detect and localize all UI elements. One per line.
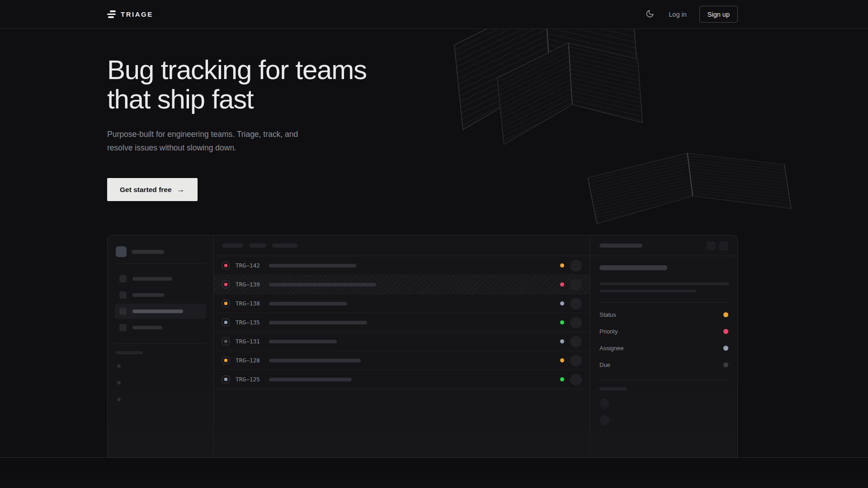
- issue-id: TRG–139: [236, 281, 264, 288]
- issue-title-skeleton: [269, 264, 356, 267]
- divider: [599, 380, 728, 380]
- assignee-avatar: [570, 336, 582, 347]
- section-label-skeleton: [599, 387, 627, 390]
- divider: [115, 343, 206, 344]
- issue-title-skeleton: [269, 340, 337, 343]
- issue-list-header: [214, 235, 590, 256]
- assignee-avatar: [570, 279, 582, 291]
- avatar-skeleton: [599, 415, 609, 425]
- nav-item-icon: [119, 291, 127, 299]
- brand: TRIAGE: [107, 10, 153, 18]
- avatar-skeleton: [599, 399, 609, 408]
- assignee-avatar: [570, 260, 582, 272]
- issue-row: TRG–135: [214, 313, 590, 332]
- detail-panel-header: [590, 235, 737, 256]
- field-value-dot: [723, 312, 728, 317]
- issue-row: TRG–131: [214, 332, 590, 351]
- issue-id: TRG–128: [236, 357, 264, 364]
- field-value-dot: [723, 362, 728, 367]
- activity-avatars: [599, 399, 728, 425]
- list-dot: [117, 364, 121, 368]
- issue-row: TRG–142: [214, 256, 590, 275]
- detail-fields: Status Priority Assignee Due: [599, 306, 728, 373]
- issue-id: TRG–138: [236, 300, 264, 307]
- issue-row: TRG–125: [214, 370, 590, 389]
- nav-item-icon: [119, 275, 127, 282]
- nav-item-icon: [119, 308, 127, 315]
- field-label: Due: [599, 361, 610, 368]
- panel-title-skeleton: [599, 244, 642, 248]
- hero-section: Bug tracking for teams that ship fast Pu…: [0, 29, 868, 473]
- mockup-dot-list: [115, 364, 206, 401]
- issue-status-icon: [222, 262, 230, 269]
- detail-field-row: Priority: [599, 323, 728, 340]
- mockup-nav-item: [115, 287, 206, 303]
- issue-status-icon: [222, 357, 230, 364]
- issue-id: TRG–125: [236, 376, 264, 383]
- issue-row: TRG–139: [214, 275, 590, 294]
- issue-title-skeleton: [599, 265, 667, 270]
- issue-row: TRG–138: [214, 294, 590, 313]
- detail-field-row: Due: [599, 357, 728, 373]
- priority-dot: [560, 339, 564, 343]
- issue-status-icon: [222, 300, 230, 307]
- filter-pill-skeleton: [222, 244, 243, 248]
- priority-dot: [560, 282, 564, 286]
- issue-title-skeleton: [269, 283, 376, 286]
- field-value-dot: [723, 346, 728, 351]
- arrow-right-icon: →: [177, 186, 185, 193]
- top-nav: TRIAGE Log in Sign up: [0, 0, 868, 29]
- field-value-dot: [723, 329, 728, 334]
- mockup-nav-item: [115, 271, 206, 286]
- hero-subheading: Purpose-built for engineering teams. Tri…: [107, 127, 738, 155]
- mockup-sidebar: [108, 235, 213, 471]
- filter-pill-skeleton: [249, 244, 266, 248]
- divider: [115, 263, 206, 264]
- field-label: Status: [599, 311, 616, 318]
- assignee-avatar: [570, 374, 582, 385]
- priority-dot: [560, 320, 564, 324]
- section-label-skeleton: [116, 351, 143, 354]
- hero-heading: Bug tracking for teams that ship fast: [107, 55, 738, 114]
- text-line-skeleton: [599, 282, 729, 285]
- detail-field-row: Assignee: [599, 340, 728, 357]
- issue-title-skeleton: [269, 378, 352, 381]
- field-label: Assignee: [599, 345, 623, 352]
- moon-icon: [646, 9, 654, 19]
- issue-title-skeleton: [269, 302, 347, 305]
- get-started-button[interactable]: Get started free →: [107, 178, 198, 201]
- detail-field-row: Status: [599, 306, 728, 323]
- text-line-skeleton: [599, 290, 697, 292]
- issue-status-icon: [222, 319, 230, 326]
- workspace-name-skeleton: [132, 250, 164, 254]
- login-link[interactable]: Log in: [669, 11, 687, 18]
- panel-button-skeleton: [707, 241, 716, 250]
- mockup-sidebar-nav: [115, 271, 206, 335]
- list-dot: [117, 398, 121, 401]
- priority-dot: [560, 358, 564, 362]
- issue-id: TRG–135: [236, 319, 264, 326]
- assignee-avatar: [570, 317, 582, 328]
- triage-bars-icon: [107, 10, 116, 18]
- workspace-avatar: [116, 246, 127, 257]
- priority-dot: [560, 263, 564, 267]
- issue-id: TRG–131: [236, 338, 264, 345]
- priority-dot: [560, 377, 564, 381]
- mockup-issue-list: TRG–142 TRG–139 TRG–138 TRG–135 TRG–: [213, 235, 590, 471]
- issue-rows: TRG–142 TRG–139 TRG–138 TRG–135 TRG–: [214, 256, 590, 389]
- nav-item-icon: [119, 324, 127, 331]
- mockup-nav-item-active: [115, 304, 206, 319]
- issue-title-skeleton: [269, 359, 361, 362]
- issue-row: TRG–128: [214, 351, 590, 370]
- panel-button-skeleton: [719, 241, 728, 250]
- next-section-band: [0, 457, 868, 473]
- assignee-avatar: [570, 355, 582, 366]
- issue-id: TRG–142: [236, 262, 264, 269]
- divider: [599, 302, 728, 303]
- theme-toggle-button[interactable]: [644, 8, 656, 21]
- issue-status-icon: [222, 375, 230, 383]
- mockup-workspace-row: [115, 246, 206, 257]
- signup-button[interactable]: Sign up: [699, 6, 738, 23]
- priority-dot: [560, 301, 564, 305]
- app-mockup-illustration: TRG–142 TRG–139 TRG–138 TRG–135 TRG–: [107, 235, 738, 471]
